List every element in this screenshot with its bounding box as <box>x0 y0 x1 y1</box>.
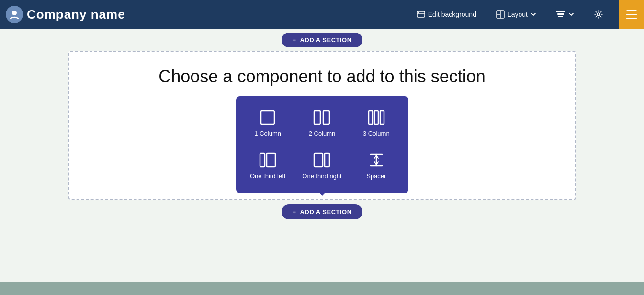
svg-rect-22 <box>314 153 323 167</box>
svg-rect-14 <box>261 111 274 124</box>
add-section-top-label: ADD A SECTION <box>300 36 351 44</box>
toolbar-actions: Edit background Layout <box>411 7 638 22</box>
edit-background-icon <box>417 10 425 19</box>
plus-icon-bottom: + <box>292 208 296 216</box>
align-button[interactable] <box>550 7 580 22</box>
settings-button[interactable] <box>588 7 609 22</box>
svg-point-7 <box>597 13 600 16</box>
gear-icon <box>594 10 603 19</box>
svg-rect-23 <box>325 153 329 167</box>
section-title: Choose a component to add to this sectio… <box>158 67 485 87</box>
svg-rect-17 <box>369 111 373 124</box>
edit-background-label: Edit background <box>428 11 476 18</box>
hamburger-button[interactable] <box>619 0 644 29</box>
layout-spacer[interactable]: Spacer <box>352 148 400 183</box>
add-section-bottom-label: ADD A SECTION <box>300 208 351 216</box>
spacer-label: Spacer <box>366 172 386 181</box>
1-column-icon <box>259 109 276 126</box>
2-column-icon <box>313 109 330 126</box>
company-name: Company name <box>27 7 125 22</box>
logo-circle <box>6 6 23 23</box>
layout-3-column[interactable]: 3 Column <box>352 106 400 141</box>
logo <box>6 6 23 23</box>
toolbar: Company name Edit background Layout <box>0 0 644 29</box>
svg-rect-21 <box>267 153 275 167</box>
section-container: Choose a component to add to this sectio… <box>68 51 576 200</box>
2-column-label: 2 Column <box>309 130 336 138</box>
svg-rect-1 <box>417 11 425 17</box>
layout-1-column[interactable]: 1 Column <box>244 106 292 141</box>
svg-rect-15 <box>314 111 320 124</box>
align-chevron-icon <box>568 11 574 17</box>
layout-2-column[interactable]: 2 Column <box>298 106 346 141</box>
add-section-bottom-button[interactable]: + ADD A SECTION <box>282 204 362 219</box>
toolbar-divider-4 <box>613 7 613 22</box>
layout-icon <box>496 10 505 19</box>
svg-point-2 <box>418 12 419 13</box>
svg-rect-20 <box>260 153 265 167</box>
layout-one-third-right[interactable]: One third right <box>298 148 346 183</box>
layout-label: Layout <box>508 11 528 18</box>
chevron-down-icon <box>531 11 536 17</box>
components-row: T Text Button <box>234 101 410 147</box>
add-section-top-button[interactable]: + ADD A SECTION <box>282 33 362 47</box>
align-icon <box>556 10 565 19</box>
layout-button[interactable]: Layout <box>490 7 542 22</box>
one-third-left-icon <box>259 151 276 169</box>
plus-icon-top: + <box>292 36 296 44</box>
one-third-right-icon <box>313 151 330 169</box>
1-column-label: 1 Column <box>254 130 281 138</box>
toolbar-divider-3 <box>584 7 584 22</box>
svg-rect-18 <box>374 111 378 124</box>
toolbar-divider-1 <box>486 7 486 22</box>
footer-bar <box>0 282 644 295</box>
hamburger-icon <box>626 10 637 19</box>
one-third-right-label: One third right <box>302 172 341 181</box>
svg-point-0 <box>12 11 17 15</box>
svg-rect-19 <box>380 111 384 124</box>
main-content: + ADD A SECTION Choose a component to ad… <box>0 29 644 295</box>
layout-popup: 1 Column 2 Column <box>236 96 408 193</box>
spacer-icon <box>368 151 385 169</box>
svg-rect-5 <box>557 13 564 15</box>
toolbar-divider-2 <box>546 7 546 22</box>
edit-background-button[interactable]: Edit background <box>411 7 482 22</box>
3-column-label: 3 Column <box>363 130 390 138</box>
svg-rect-4 <box>556 11 565 12</box>
one-third-left-label: One third left <box>250 172 285 181</box>
layout-one-third-left[interactable]: One third left <box>244 148 292 183</box>
3-column-icon <box>368 109 385 126</box>
svg-rect-6 <box>558 16 563 17</box>
svg-rect-16 <box>323 111 329 124</box>
